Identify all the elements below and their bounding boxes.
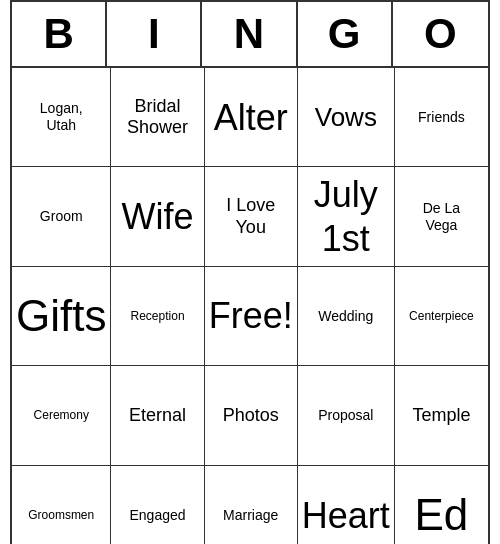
header-letter: O: [393, 2, 488, 66]
cell-text: Groom: [40, 208, 83, 225]
cell-text: Free!: [209, 294, 293, 337]
bingo-cell: Heart: [298, 466, 395, 545]
header-letter: N: [202, 2, 297, 66]
cell-text: Eternal: [129, 405, 186, 427]
cell-text: Ed: [415, 489, 469, 542]
header-letter: B: [12, 2, 107, 66]
bingo-cell: Photos: [205, 366, 298, 465]
bingo-cell: Bridal Shower: [111, 68, 204, 167]
bingo-cell: Groom: [12, 167, 111, 266]
bingo-card: BINGO Logan, UtahBridal ShowerAlterVowsF…: [10, 0, 490, 544]
bingo-cell: Eternal: [111, 366, 204, 465]
cell-text: Photos: [223, 405, 279, 427]
bingo-cell: Ceremony: [12, 366, 111, 465]
cell-text: Wedding: [318, 308, 373, 325]
cell-text: Vows: [315, 102, 377, 133]
header-letter: G: [298, 2, 393, 66]
cell-text: Gifts: [16, 290, 106, 343]
bingo-cell: Free!: [205, 267, 298, 366]
bingo-cell: Groomsmen: [12, 466, 111, 545]
cell-text: Reception: [131, 309, 185, 323]
bingo-cell: Marriage: [205, 466, 298, 545]
bingo-cell: Proposal: [298, 366, 395, 465]
cell-text: Marriage: [223, 507, 278, 524]
cell-text: Proposal: [318, 407, 373, 424]
cell-text: Engaged: [130, 507, 186, 524]
bingo-cell: Temple: [395, 366, 488, 465]
cell-text: Friends: [418, 109, 465, 126]
header-letter: I: [107, 2, 202, 66]
bingo-cell: Gifts: [12, 267, 111, 366]
cell-text: Wife: [122, 195, 194, 238]
bingo-header: BINGO: [12, 2, 488, 68]
cell-text: Bridal Shower: [127, 96, 188, 139]
cell-text: July 1st: [314, 173, 378, 259]
cell-text: I Love You: [226, 195, 275, 238]
bingo-grid: Logan, UtahBridal ShowerAlterVowsFriends…: [12, 68, 488, 544]
bingo-cell: Centerpiece: [395, 267, 488, 366]
bingo-cell: Engaged: [111, 466, 204, 545]
cell-text: Groomsmen: [28, 508, 94, 522]
bingo-cell: I Love You: [205, 167, 298, 266]
cell-text: Alter: [214, 96, 288, 139]
cell-text: De La Vega: [423, 200, 460, 234]
bingo-cell: Logan, Utah: [12, 68, 111, 167]
bingo-cell: De La Vega: [395, 167, 488, 266]
bingo-cell: July 1st: [298, 167, 395, 266]
cell-text: Temple: [412, 405, 470, 427]
bingo-cell: Wedding: [298, 267, 395, 366]
bingo-cell: Reception: [111, 267, 204, 366]
bingo-cell: Friends: [395, 68, 488, 167]
bingo-cell: Vows: [298, 68, 395, 167]
bingo-cell: Wife: [111, 167, 204, 266]
cell-text: Logan, Utah: [40, 100, 83, 134]
cell-text: Centerpiece: [409, 309, 474, 323]
bingo-cell: Alter: [205, 68, 298, 167]
cell-text: Heart: [302, 494, 390, 537]
cell-text: Ceremony: [34, 408, 89, 422]
bingo-cell: Ed: [395, 466, 488, 545]
